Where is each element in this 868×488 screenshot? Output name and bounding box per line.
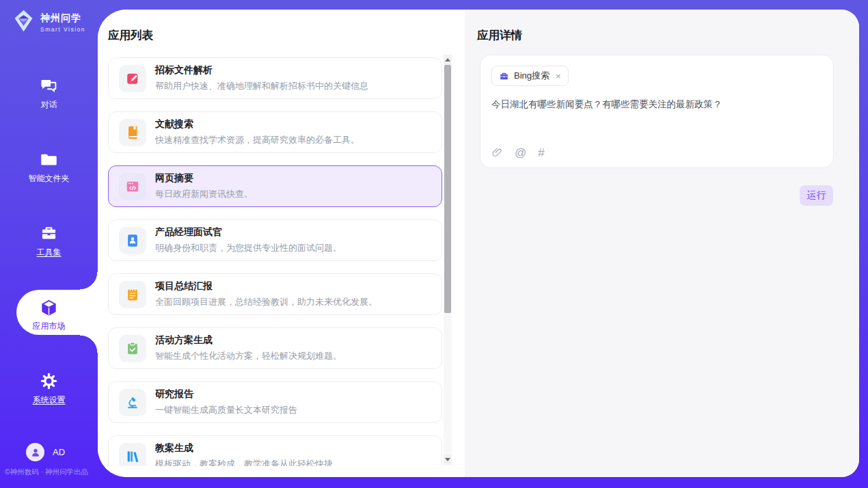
books-icon — [119, 443, 146, 467]
app-card[interactable]: 产品经理面试官明确身份和职责，为您提供专业性的面试问题。 — [108, 219, 442, 261]
paperclip-icon[interactable] — [491, 147, 503, 159]
app-card[interactable]: 项目总结汇报全面回顾项目进展，总结经验教训，助力未来优化发展。 — [108, 273, 442, 315]
app-card-text: 招标文件解析帮助用户快速、准确地理解和解析招标书中的关键信息 — [155, 64, 368, 92]
app-card-text: 活动方案生成智能生成个性化活动方案，轻松解决规划难题。 — [155, 334, 342, 362]
hash-icon[interactable]: # — [538, 147, 544, 159]
app-card-text: 产品经理面试官明确身份和职责，为您提供专业性的面试问题。 — [155, 226, 342, 254]
tool-chip-label: Bing搜索 — [514, 70, 550, 82]
user-label: AD — [53, 447, 65, 457]
mention-icon[interactable]: @ — [515, 147, 526, 159]
chat-icon — [0, 77, 98, 96]
run-button[interactable]: 运行 — [800, 185, 833, 206]
app-card-title: 项目总结汇报 — [155, 280, 377, 293]
brand-subtitle: Smart Vision — [40, 26, 85, 33]
app-card[interactable]: 文献搜索快速精准查找学术资源，提高研究效率的必备工具。 — [108, 111, 442, 153]
app-card-title: 研究报告 — [155, 388, 297, 401]
app-card-description: 全面回顾项目进展，总结经验教训，助力未来优化发展。 — [155, 296, 377, 308]
brand-text: 神州问学 Smart Vision — [40, 12, 85, 33]
app-card-title: 活动方案生成 — [155, 334, 342, 347]
book-icon — [119, 119, 146, 146]
app-card-description: 智能生成个性化活动方案，轻松解决规划难题。 — [155, 350, 342, 362]
notepad-icon — [119, 281, 146, 308]
app-card-description: 模板驱动，教案秒成，教学准备从此轻松快捷 — [155, 458, 333, 466]
app-card-list: 招标文件解析帮助用户快速、准确地理解和解析招标书中的关键信息文献搜索快速精准查找… — [108, 57, 442, 466]
app-detail-panel: 应用详情 Bing搜索 × 今日湖北有哪些新闻要点？有哪些需要关注的最新政策？ … — [465, 10, 859, 477]
sidebar: 神州问学 Smart Vision 对话智能文件夹工具集应用市场系统设置 AD … — [0, 0, 98, 488]
sidebar-item-toolset[interactable]: 工具集 — [0, 224, 98, 267]
app-card-title: 产品经理面试官 — [155, 226, 342, 239]
app-detail-title: 应用详情 — [477, 28, 522, 43]
app-list-panel: 应用列表 招标文件解析帮助用户快速、准确地理解和解析招标书中的关键信息文献搜索快… — [98, 10, 465, 477]
app-card-text: 项目总结汇报全面回顾项目进展，总结经验教训，助力未来优化发展。 — [155, 280, 377, 308]
sidebar-item-chat[interactable]: 对话 — [0, 77, 98, 119]
sidebar-item-smart-folder[interactable]: 智能文件夹 — [0, 150, 98, 193]
tool-chip-bing-search[interactable]: Bing搜索 × — [491, 66, 569, 86]
app-card[interactable]: 教案生成模板驱动，教案秒成，教学准备从此轻松快捷 — [108, 435, 442, 466]
chip-close-icon[interactable]: × — [556, 71, 561, 81]
clipboard-check-icon — [119, 335, 146, 362]
brand-logo: 神州问学 Smart Vision — [11, 8, 85, 36]
toolbox-icon — [0, 224, 98, 243]
app-card-title: 教案生成 — [155, 442, 333, 455]
app-card-text: 文献搜索快速精准查找学术资源，提高研究效率的必备工具。 — [155, 118, 360, 146]
scroll-down-button[interactable] — [444, 455, 452, 465]
scroll-up-button[interactable] — [444, 55, 452, 65]
user-avatar-icon[interactable] — [26, 443, 44, 461]
sidebar-item-label: 智能文件夹 — [29, 173, 70, 185]
app-card-title: 网页摘要 — [155, 172, 253, 185]
sidebar-item-label: 系统设置 — [33, 394, 66, 406]
sidebar-item-label: 对话 — [41, 99, 57, 111]
app-card-text: 网页摘要每日政府新闻资讯快查。 — [155, 172, 253, 200]
app-card-text: 教案生成模板驱动，教案秒成，教学准备从此轻松快捷 — [155, 442, 333, 466]
app-card[interactable]: 招标文件解析帮助用户快速、准确地理解和解析招标书中的关键信息 — [108, 57, 442, 99]
microscope-icon — [119, 389, 146, 416]
sidebar-item-label: 工具集 — [37, 247, 62, 258]
sidebar-item-system-settings[interactable]: 系统设置 — [0, 372, 98, 414]
app-card-description: 一键智能生成高质量长文本研究报告 — [155, 404, 297, 416]
cube-icon — [0, 298, 98, 317]
sidebar-item-label: 应用市场 — [33, 321, 66, 332]
brand-title: 神州问学 — [40, 12, 85, 25]
app-card-title: 文献搜索 — [155, 118, 360, 131]
app-card-description: 帮助用户快速、准确地理解和解析招标书中的关键信息 — [155, 80, 368, 92]
main-content: 应用列表 招标文件解析帮助用户快速、准确地理解和解析招标书中的关键信息文献搜索快… — [98, 10, 859, 477]
app-card-title: 招标文件解析 — [155, 64, 368, 77]
folder-icon — [0, 150, 98, 170]
copyright-footer: ©神州数码 · 神州问学出品 — [5, 467, 88, 477]
app-list-title: 应用列表 — [108, 28, 153, 43]
edit-doc-icon — [119, 65, 146, 92]
user-row[interactable]: AD — [26, 443, 65, 461]
app-card-description: 明确身份和职责，为您提供专业性的面试问题。 — [155, 242, 342, 254]
arrow-down-icon — [445, 458, 450, 461]
resume-icon — [119, 227, 146, 254]
app-card[interactable]: 网页摘要每日政府新闻资讯快查。 — [108, 165, 442, 207]
prompt-card: Bing搜索 × 今日湖北有哪些新闻要点？有哪些需要关注的最新政策？ @# — [480, 55, 834, 168]
app-card-description: 每日政府新闻资讯快查。 — [155, 188, 253, 200]
briefcase-icon — [499, 71, 509, 81]
scrollbar[interactable] — [444, 55, 452, 465]
web-code-icon — [119, 173, 146, 200]
brand-gem-icon — [11, 8, 36, 36]
gear-icon — [0, 372, 98, 391]
scrollbar-thumb[interactable] — [444, 65, 451, 313]
app-card-text: 研究报告一键智能生成高质量长文本研究报告 — [155, 388, 297, 416]
app-card[interactable]: 活动方案生成智能生成个性化活动方案，轻松解决规划难题。 — [108, 327, 442, 369]
prompt-toolbar: @# — [491, 147, 545, 159]
arrow-up-icon — [445, 58, 450, 62]
app-card[interactable]: 研究报告一键智能生成高质量长文本研究报告 — [108, 381, 442, 423]
prompt-input[interactable]: 今日湖北有哪些新闻要点？有哪些需要关注的最新政策？ — [491, 98, 822, 111]
sidebar-item-app-market[interactable]: 应用市场 — [0, 298, 98, 340]
app-card-description: 快速精准查找学术资源，提高研究效率的必备工具。 — [155, 134, 360, 146]
